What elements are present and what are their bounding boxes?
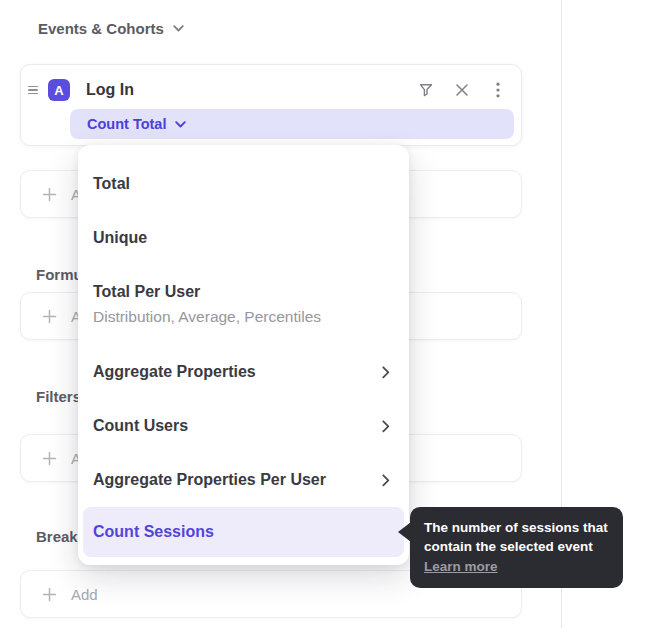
menu-item-label: Count Sessions	[93, 523, 214, 541]
measurement-dropdown-menu: Total Unique Total Per User Distribution…	[78, 145, 409, 565]
learn-more-link[interactable]: Learn more	[424, 557, 498, 576]
menu-item-label: Total Per User	[93, 280, 390, 304]
menu-item-count-users[interactable]: Count Users	[83, 399, 404, 453]
add-label: Add	[71, 586, 98, 603]
filters-section-label: Filters	[36, 388, 81, 405]
remove-event-icon[interactable]	[453, 81, 471, 99]
measurement-dropdown-button[interactable]: Count Total	[70, 109, 514, 139]
plus-icon	[42, 587, 57, 602]
menu-item-total-per-user[interactable]: Total Per User Distribution, Average, Pe…	[83, 265, 404, 345]
chevron-down-icon	[173, 25, 184, 32]
menu-item-label: Aggregate Properties	[93, 363, 256, 381]
menu-item-sublabel: Distribution, Average, Percentiles	[93, 304, 390, 330]
more-options-icon[interactable]	[489, 81, 507, 99]
menu-item-aggregate-properties-per-user[interactable]: Aggregate Properties Per User	[83, 453, 404, 507]
menu-item-label: Total	[93, 175, 130, 193]
event-card: A Log In Count Total	[20, 64, 522, 146]
query-builder-panel: Events & Cohorts A Log In Count	[0, 0, 658, 628]
menu-item-label: Aggregate Properties Per User	[93, 471, 326, 489]
chevron-right-icon	[382, 366, 390, 379]
event-name[interactable]: Log In	[86, 81, 417, 99]
filter-icon[interactable]	[417, 81, 435, 99]
count-sessions-tooltip: The number of sessions that contain the …	[410, 507, 623, 588]
menu-item-label: Unique	[93, 229, 147, 247]
tooltip-text: The number of sessions that contain the …	[424, 520, 608, 554]
menu-item-count-sessions[interactable]: Count Sessions	[83, 507, 404, 557]
events-cohorts-title: Events & Cohorts	[38, 20, 164, 37]
event-letter-badge: A	[48, 79, 70, 101]
chevron-right-icon	[382, 420, 390, 433]
menu-item-aggregate-properties[interactable]: Aggregate Properties	[83, 345, 404, 399]
plus-icon	[42, 451, 57, 466]
menu-item-label: Count Users	[93, 417, 188, 435]
plus-icon	[42, 187, 57, 202]
event-card-row: A Log In	[21, 65, 521, 111]
menu-item-unique[interactable]: Unique	[83, 211, 404, 265]
events-cohorts-header[interactable]: Events & Cohorts	[38, 20, 184, 37]
chevron-down-icon	[175, 121, 186, 128]
tooltip-arrow	[398, 522, 411, 542]
chevron-right-icon	[382, 474, 390, 487]
measurement-label: Count Total	[87, 116, 166, 132]
menu-item-total[interactable]: Total	[83, 157, 404, 211]
drag-handle-icon[interactable]	[28, 86, 42, 95]
plus-icon	[42, 309, 57, 324]
